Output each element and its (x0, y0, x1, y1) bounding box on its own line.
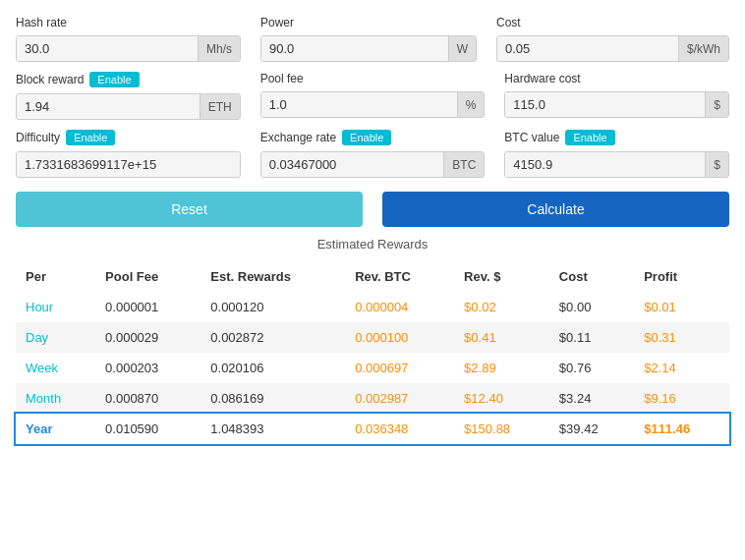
btc-value-input-wrapper: $ (504, 151, 729, 178)
exchange-rate-label-text: Exchange rate (260, 131, 336, 144)
cell-profit: $2.14 (634, 353, 729, 383)
cell-est-rewards: 0.000120 (201, 292, 345, 322)
hashrate-input[interactable] (17, 36, 198, 61)
power-group: Power W (260, 16, 477, 62)
cell-pool-fee: 0.000001 (95, 292, 201, 322)
hashrate-label: Hash rate (16, 16, 241, 29)
cell-profit: $0.31 (634, 322, 729, 353)
cost-group: Cost $/kWh (496, 16, 729, 62)
btc-value-unit: $ (705, 152, 728, 177)
pool-fee-input-wrapper: % (260, 91, 486, 118)
reset-button[interactable]: Reset (16, 192, 363, 227)
pool-fee-label: Pool fee (260, 72, 486, 85)
calculate-button[interactable]: Calculate (382, 192, 729, 227)
cell-rev-btc: 0.036348 (345, 414, 454, 444)
col-header-profit: Profit (634, 261, 729, 292)
col-header-cost: Cost (549, 261, 634, 292)
cell-pool-fee: 0.000203 (95, 353, 201, 383)
cell-rev-dollar: $0.02 (454, 292, 549, 322)
cell-cost: $39.42 (549, 414, 634, 444)
btc-value-group: BTC value Enable $ (504, 130, 729, 178)
cell-per: Hour (16, 292, 95, 322)
hardware-cost-label-text: Hardware cost (504, 72, 580, 85)
hardware-cost-unit: $ (705, 92, 728, 117)
table-header: Per Pool Fee Est. Rewards Rev. BTC Rev. … (16, 261, 729, 292)
pool-fee-input[interactable] (261, 92, 457, 117)
cell-profit: $111.46 (634, 414, 729, 444)
cost-label: Cost (496, 16, 729, 29)
cell-cost: $0.11 (549, 322, 634, 353)
exchange-rate-input[interactable] (261, 152, 444, 177)
difficulty-input[interactable] (17, 152, 240, 177)
cell-per: Year (16, 414, 95, 444)
hardware-cost-group: Hardware cost $ (504, 72, 729, 120)
block-reward-enable-button[interactable]: Enable (89, 72, 139, 87)
cell-est-rewards: 0.020106 (201, 353, 345, 383)
exchange-rate-label: Exchange rate Enable (260, 130, 486, 145)
btc-value-label-text: BTC value (504, 131, 559, 144)
cell-cost: $0.00 (549, 292, 634, 322)
difficulty-label: Difficulty Enable (16, 130, 241, 145)
cell-est-rewards: 0.002872 (201, 322, 345, 353)
hashrate-input-wrapper: Mh/s (16, 35, 241, 62)
cost-input-wrapper: $/kWh (496, 35, 729, 62)
cell-cost: $0.76 (549, 353, 634, 383)
block-reward-input[interactable] (17, 94, 200, 119)
form-row-2: Block reward Enable ETH Pool fee % Hardw… (16, 72, 729, 120)
table-row: Hour 0.000001 0.000120 0.000004 $0.02 $0… (16, 292, 729, 322)
cell-per: Month (16, 383, 95, 414)
rewards-table: Per Pool Fee Est. Rewards Rev. BTC Rev. … (16, 261, 729, 444)
hashrate-group: Hash rate Mh/s (16, 16, 241, 62)
col-header-rev-btc: Rev. BTC (345, 261, 454, 292)
block-reward-unit: ETH (200, 94, 240, 119)
cell-pool-fee: 0.000870 (95, 383, 201, 414)
cell-rev-btc: 0.000697 (345, 353, 454, 383)
cell-pool-fee: 0.010590 (95, 414, 201, 444)
cell-pool-fee: 0.000029 (95, 322, 201, 353)
difficulty-input-wrapper (16, 151, 241, 178)
table-body: Hour 0.000001 0.000120 0.000004 $0.02 $0… (16, 292, 729, 444)
cost-unit: $/kWh (678, 36, 728, 61)
btc-value-enable-button[interactable]: Enable (565, 130, 614, 145)
col-header-pool-fee: Pool Fee (95, 261, 201, 292)
block-reward-label-text: Block reward (16, 73, 84, 86)
col-header-per: Per (16, 261, 95, 292)
difficulty-enable-button[interactable]: Enable (66, 130, 115, 145)
hardware-cost-input-wrapper: $ (504, 91, 729, 118)
pool-fee-unit: % (457, 92, 485, 117)
table-header-row: Per Pool Fee Est. Rewards Rev. BTC Rev. … (16, 261, 729, 292)
cell-rev-btc: 0.000004 (345, 292, 454, 322)
cell-rev-dollar: $0.41 (454, 322, 549, 353)
difficulty-group: Difficulty Enable (16, 130, 241, 178)
hardware-cost-input[interactable] (505, 92, 705, 117)
cell-rev-dollar: $12.40 (454, 383, 549, 414)
col-header-est-rewards: Est. Rewards (201, 261, 345, 292)
table-row: Day 0.000029 0.002872 0.000100 $0.41 $0.… (16, 322, 729, 353)
block-reward-group: Block reward Enable ETH (16, 72, 241, 120)
hashrate-label-text: Hash rate (16, 16, 67, 29)
power-unit: W (448, 36, 476, 61)
cell-profit: $9.16 (634, 383, 729, 414)
cell-rev-btc: 0.002987 (345, 383, 454, 414)
button-row: Reset Calculate (16, 192, 729, 227)
form-row-3: Difficulty Enable Exchange rate Enable B… (16, 130, 729, 178)
block-reward-label: Block reward Enable (16, 72, 241, 87)
cell-est-rewards: 0.086169 (201, 383, 345, 414)
cell-profit: $0.01 (634, 292, 729, 322)
cell-rev-btc: 0.000100 (345, 322, 454, 353)
cost-input[interactable] (497, 36, 678, 61)
exchange-rate-enable-button[interactable]: Enable (342, 130, 391, 145)
power-input-wrapper: W (260, 35, 477, 62)
power-label: Power (260, 16, 477, 29)
table-row: Year 0.010590 1.048393 0.036348 $150.88 … (16, 414, 729, 444)
exchange-rate-input-wrapper: BTC (260, 151, 486, 178)
pool-fee-group: Pool fee % (260, 72, 486, 120)
exchange-rate-unit: BTC (443, 152, 484, 177)
btc-value-input[interactable] (505, 152, 705, 177)
cell-rev-dollar: $150.88 (454, 414, 549, 444)
table-row: Week 0.000203 0.020106 0.000697 $2.89 $0… (16, 353, 729, 383)
exchange-rate-group: Exchange rate Enable BTC (260, 130, 486, 178)
power-input[interactable] (261, 36, 448, 61)
cell-per: Week (16, 353, 95, 383)
btc-value-label: BTC value Enable (504, 130, 729, 145)
